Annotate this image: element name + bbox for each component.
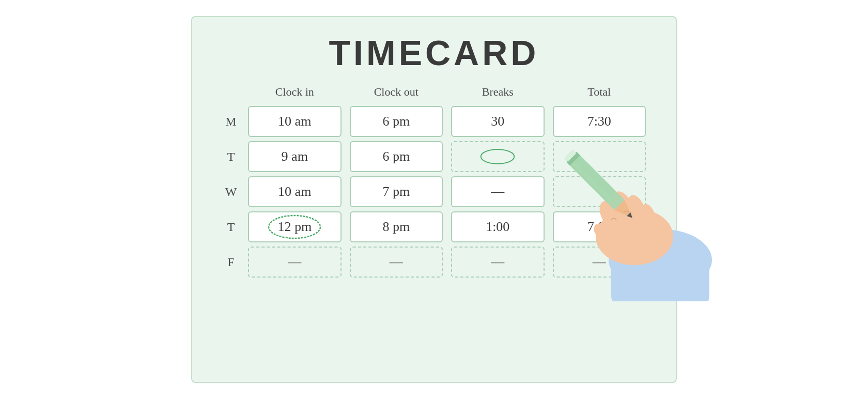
total-box: — [553,247,646,278]
day-label: T [218,139,244,174]
table-row: T9 am6 pm [218,139,650,174]
day-label: F [218,244,244,280]
clock-in-box: — [248,247,342,278]
clock-in-box: 10 am [248,176,342,207]
page-title: TIMECARD [329,33,539,73]
total-box: 7:00 [553,211,646,242]
table-row: T12 pm 8 pm1:007:00 [218,209,650,244]
total-cell: 7:00 [549,209,650,244]
breaks-cell: 30 [447,104,549,139]
table-row: F———— [218,244,650,280]
clock-out-box: 7 pm [350,176,443,207]
breaks-box: — [451,176,545,207]
svg-point-0 [481,149,515,164]
col-header-day [218,83,244,104]
clock-out-box: — [350,247,443,278]
col-header-breaks: Breaks [447,83,549,104]
col-header-total: Total [549,83,650,104]
table-row: W10 am7 pm— [218,174,650,209]
clock-in-cell: 9 am [244,139,346,174]
clock-out-cell: 6 pm [346,104,447,139]
breaks-cell: 1:00 [447,209,549,244]
total-box [553,141,646,172]
total-cell [549,174,650,209]
clock-in-box: 12 pm [248,211,342,242]
day-label: M [218,104,244,139]
breaks-box [451,141,545,172]
total-cell [549,139,650,174]
clock-in-box: 9 am [248,141,342,172]
clock-out-cell: 8 pm [346,209,447,244]
clock-out-box: 6 pm [350,141,443,172]
timecard-table: Clock in Clock out Breaks Total M10 am6 … [218,83,650,280]
col-header-clock-in: Clock in [244,83,346,104]
day-label: W [218,174,244,209]
day-label: T [218,209,244,244]
timecard-card: TIMECARD Clock in Clock out Breaks Total… [191,16,677,383]
total-box [553,176,646,207]
clock-in-cell: 12 pm [244,209,346,244]
clock-out-cell: — [346,244,447,280]
clock-in-cell: 10 am [244,174,346,209]
clock-in-box: 10 am [248,106,342,137]
breaks-cell: — [447,174,549,209]
total-box: 7:30 [553,106,646,137]
breaks-box: — [451,247,545,278]
clock-out-cell: 7 pm [346,174,447,209]
total-cell: — [549,244,650,280]
clock-in-cell: — [244,244,346,280]
breaks-box: 30 [451,106,545,137]
clock-out-box: 6 pm [350,106,443,137]
breaks-cell [447,139,549,174]
table-row: M10 am6 pm307:30 [218,104,650,139]
breaks-cell: — [447,244,549,280]
clock-out-box: 8 pm [350,211,443,242]
total-cell: 7:30 [549,104,650,139]
clock-out-cell: 6 pm [346,139,447,174]
svg-point-1 [269,216,320,238]
breaks-box: 1:00 [451,211,545,242]
col-header-clock-out: Clock out [346,83,447,104]
clock-in-cell: 10 am [244,104,346,139]
